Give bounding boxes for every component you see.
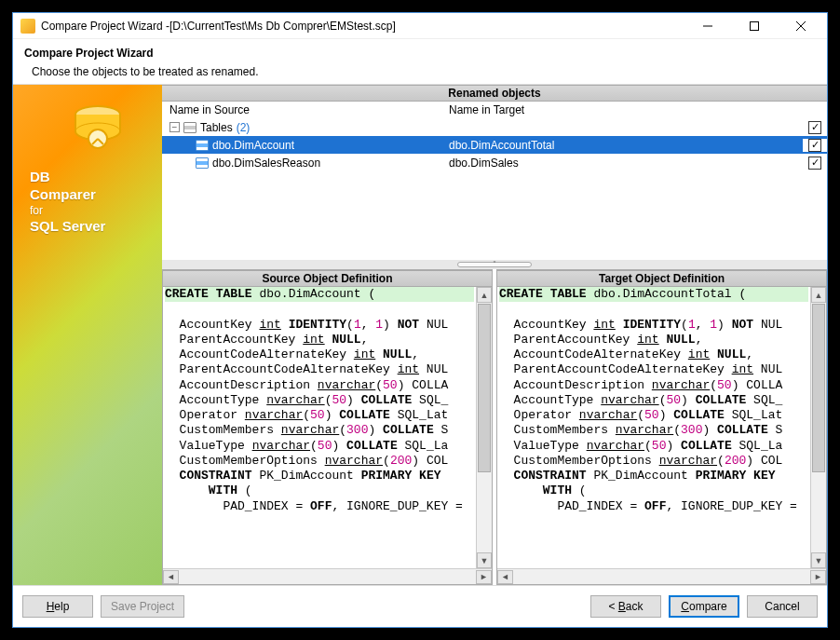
wizard-subtitle: Choose the objects to be treated as rena…: [32, 65, 816, 78]
close-button[interactable]: [784, 16, 818, 36]
scroll-up-icon[interactable]: ▲: [811, 287, 826, 303]
col-source-header: Name in Source: [169, 103, 449, 116]
table-icon: [196, 140, 209, 151]
definitions-area: Source Object Definition CREATE TABLE db…: [162, 269, 827, 585]
wizard-title: Compare Project Wizard: [24, 47, 816, 60]
maximize-icon: [750, 21, 759, 31]
content-area: DB Comparer for SQL Server Renamed objec…: [13, 84, 827, 586]
horizontal-scrollbar[interactable]: ◄ ►: [163, 568, 492, 584]
source-code-viewer[interactable]: CREATE TABLE dbo.DimAccount ( AccountKey…: [163, 287, 476, 568]
row-checkbox[interactable]: [808, 139, 821, 152]
source-def-header: Source Object Definition: [163, 270, 492, 287]
renamed-list[interactable]: Name in Source Name in Target − Tables (…: [162, 102, 827, 260]
minimize-button[interactable]: [691, 16, 725, 36]
row-source-name: dbo.DimAccount: [212, 139, 294, 152]
sidebar: DB Comparer for SQL Server: [13, 85, 162, 585]
vertical-scrollbar[interactable]: ▲ ▼: [476, 287, 492, 568]
window-controls: [691, 16, 820, 36]
row-target-name: dbo.DimSales: [449, 157, 803, 170]
horizontal-splitter[interactable]: [162, 260, 827, 269]
brand-text: DB Comparer for SQL Server: [30, 169, 105, 235]
brand-line3: for: [30, 204, 105, 218]
horizontal-scrollbar[interactable]: ◄ ►: [497, 568, 826, 584]
target-code-viewer[interactable]: CREATE TABLE dbo.DimAccountTotal ( Accou…: [497, 287, 810, 568]
vertical-scrollbar[interactable]: ▲ ▼: [810, 287, 826, 568]
row-source-name: dbo.DimSalesReason: [212, 157, 320, 170]
cancel-button[interactable]: Cancel: [747, 595, 818, 618]
brand-line1: DB: [30, 169, 50, 184]
splitter-handle-icon: [457, 262, 532, 267]
source-definition-pane: Source Object Definition CREATE TABLE db…: [162, 269, 493, 585]
target-definition-pane: Target Object Definition CREATE TABLE db…: [496, 269, 827, 585]
app-icon: [20, 19, 35, 34]
maximize-button[interactable]: [738, 16, 771, 36]
scroll-left-icon[interactable]: ◄: [497, 570, 513, 584]
group-label: Tables: [200, 121, 233, 134]
scroll-up-icon[interactable]: ▲: [477, 287, 492, 303]
back-button[interactable]: < Back: [590, 595, 661, 618]
group-checkbox[interactable]: [808, 121, 821, 134]
close-icon: [796, 21, 806, 31]
row-target-name: dbo.DimAccountTotal: [449, 139, 803, 152]
window-title: Compare Project Wizard -[D:\CurrentTest\…: [41, 20, 691, 33]
brand-line2: Comparer: [30, 186, 96, 202]
footer: Help Save Project < Back Compare Cancel: [13, 586, 827, 627]
scroll-left-icon[interactable]: ◄: [163, 570, 179, 584]
row-checkbox[interactable]: [808, 157, 821, 170]
target-def-header: Target Object Definition: [497, 270, 826, 287]
col-target-header: Name in Target: [449, 103, 820, 116]
scroll-right-icon[interactable]: ►: [810, 570, 826, 584]
save-project-button[interactable]: Save Project: [101, 595, 184, 618]
table-row[interactable]: dbo.DimAccount dbo.DimAccountTotal: [162, 136, 827, 154]
compare-button[interactable]: Compare: [669, 595, 739, 618]
main-panel: Renamed objects Name in Source Name in T…: [162, 85, 827, 585]
renamed-header: Renamed objects: [162, 85, 827, 102]
scroll-down-icon[interactable]: ▼: [477, 552, 492, 568]
svg-rect-1: [751, 21, 759, 30]
scroll-down-icon[interactable]: ▼: [811, 552, 826, 568]
help-button[interactable]: Help: [22, 595, 93, 618]
list-column-headers: Name in Source Name in Target: [162, 102, 827, 118]
table-icon: [196, 157, 209, 169]
brand-line4: SQL Server: [30, 218, 105, 234]
tree-group-row[interactable]: − Tables (2): [162, 118, 827, 136]
wizard-header: Compare Project Wizard Choose the object…: [13, 39, 827, 84]
scroll-right-icon[interactable]: ►: [476, 570, 492, 584]
collapse-icon[interactable]: −: [169, 122, 180, 132]
minimize-icon: [703, 21, 712, 31]
product-icon: [64, 94, 131, 161]
titlebar: Compare Project Wizard -[D:\CurrentTest\…: [13, 13, 827, 39]
table-row[interactable]: dbo.DimSalesReason dbo.DimSales: [162, 154, 827, 171]
group-count: (2): [237, 121, 251, 134]
wizard-window: Compare Project Wizard -[D:\CurrentTest\…: [12, 12, 828, 628]
tables-group-icon: [183, 122, 196, 133]
